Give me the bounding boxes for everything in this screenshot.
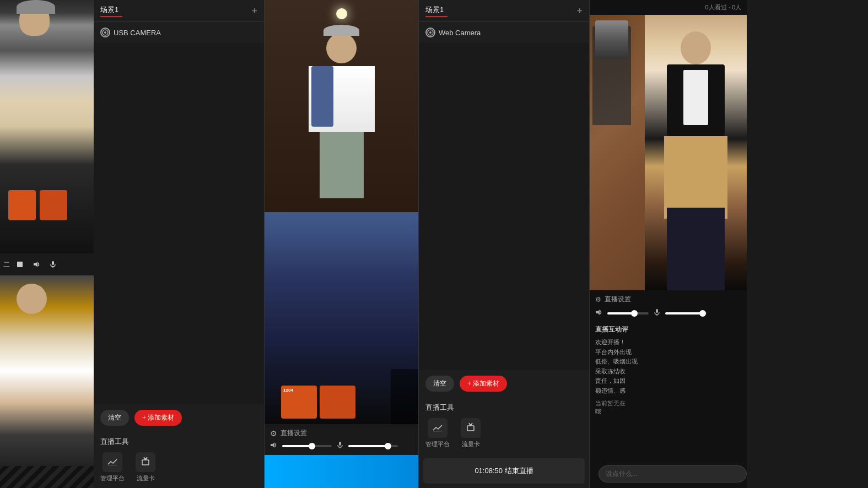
- chat-welcome: 欢迎开播！平台内外出现低俗、吸烟出现采取冻结收责任，如因额违情、感: [595, 339, 638, 394]
- svg-marker-1: [34, 262, 37, 267]
- monitor-settings: ⚙ 直播设置: [590, 290, 747, 308]
- monitor-chat: 直播互动评 欢迎开播！平台内外出现低俗、吸烟出现采取冻结收责任，如因额违情、感 …: [590, 322, 747, 460]
- bottom-blue-bar: [265, 455, 418, 488]
- mic-icon-center: [336, 441, 344, 451]
- chat-input-area: 说点什么...: [590, 460, 747, 488]
- monitor-mic-icon: [653, 308, 661, 318]
- monitor-vol-row: [590, 308, 747, 322]
- scene-title-underline-left: [100, 16, 122, 17]
- diagonal-strip: [0, 466, 94, 488]
- tools-title-right: 直播工具: [425, 403, 583, 413]
- center-preview: 1204 ⚙ 直播设置: [265, 0, 419, 488]
- tool-manage-platform-left[interactable]: 管理平台: [100, 452, 125, 482]
- monitor-thumbnail: [595, 20, 628, 59]
- live-settings-row: ⚙ 直播设置: [270, 429, 413, 438]
- sidebar-preview-bottom: [0, 275, 94, 488]
- scene-title-left: 场景1: [100, 5, 122, 15]
- sidebar-controls: 二: [0, 253, 94, 275]
- traffic-card-label-left: 流量卡: [137, 474, 155, 482]
- scene-content-left: [94, 43, 264, 404]
- svg-rect-22: [656, 309, 658, 313]
- volume-slider-center[interactable]: [282, 445, 332, 447]
- preview-bottom-bar: ⚙ 直播设置: [265, 424, 418, 455]
- chat-input[interactable]: 说点什么...: [599, 465, 747, 482]
- live-interact-title: 直播互动评: [595, 325, 741, 334]
- manage-platform-icon-left: [103, 452, 122, 472]
- volume-button[interactable]: [30, 258, 43, 271]
- tool-traffic-card-right[interactable]: 流量卡: [461, 418, 481, 448]
- scene-footer-right: 清空 + 添加素材: [419, 370, 589, 397]
- chat-placeholder: 说点什么...: [606, 469, 638, 479]
- left-sidebar: 二: [0, 0, 94, 488]
- add-material-button-left[interactable]: + 添加素材: [134, 410, 182, 426]
- scene-panel-right: 场景1 + Web Camera 清空 + 添加素材 直播工具: [419, 0, 590, 488]
- svg-rect-17: [467, 426, 474, 431]
- clear-button-right[interactable]: 清空: [425, 376, 454, 392]
- monitor-vol-icon: [595, 308, 603, 318]
- svg-rect-2: [52, 261, 54, 265]
- manage-platform-label-right: 管理平台: [425, 440, 450, 448]
- scene-footer-left: 清空 + 添加素材: [94, 404, 264, 431]
- camera-name-left: USB CAMERA: [114, 29, 161, 37]
- scene-content-right: [419, 43, 589, 370]
- monitor-preview: [590, 15, 747, 290]
- clear-button-left[interactable]: 清空: [100, 410, 129, 426]
- stream-monitor: 0人看过 · 0人: [590, 0, 747, 488]
- add-material-button-right[interactable]: + 添加素材: [460, 376, 507, 392]
- settings-icon-center: ⚙: [270, 429, 277, 438]
- scene-header-right: 场景1 +: [419, 0, 589, 22]
- camera-name-right: Web Camera: [439, 29, 481, 37]
- scene-header-left: 场景1 +: [94, 0, 264, 22]
- mic-button[interactable]: [46, 258, 60, 271]
- tool-traffic-card-left[interactable]: 流量卡: [136, 452, 155, 482]
- monitor-mic-slider[interactable]: [665, 312, 707, 315]
- monitor-live-settings-label: 直播设置: [605, 295, 631, 304]
- svg-point-5: [104, 31, 106, 34]
- sidebar-preview-top: [0, 0, 94, 253]
- camera-label-right: Web Camera: [419, 22, 589, 43]
- scene-title-group-right: 场景1: [425, 5, 448, 17]
- scene-add-button-right[interactable]: +: [576, 6, 583, 16]
- monitor-header: 0人看过 · 0人: [590, 0, 747, 15]
- monitor-volume-slider[interactable]: [607, 312, 649, 315]
- tools-icons-right: 管理平台 流量卡: [425, 418, 583, 448]
- svg-marker-11: [271, 442, 274, 448]
- end-live-button[interactable]: 01:08:50 结束直播: [423, 458, 585, 484]
- traffic-card-icon-right: [461, 418, 481, 438]
- live-settings-label-center: 直播设置: [281, 429, 307, 438]
- monitor-preview-inner: [590, 15, 747, 290]
- svg-point-15: [429, 31, 432, 34]
- svg-rect-12: [339, 442, 341, 446]
- scene-title-underline-right: [425, 16, 448, 17]
- mic-slider-center[interactable]: [348, 445, 398, 447]
- main-area: 场景1 + USB CAMERA 清空 + 添加素材 直播工具: [94, 0, 868, 488]
- svg-rect-0: [17, 262, 23, 267]
- scene-title-group-left: 场景1: [100, 5, 122, 17]
- scene-two-label: 二: [3, 260, 10, 269]
- scene-panel-left: 场景1 + USB CAMERA 清空 + 添加素材 直播工具: [94, 0, 265, 488]
- manage-platform-label-left: 管理平台: [100, 474, 125, 482]
- volume-row-center: [270, 441, 413, 451]
- chat-content: 欢迎开播！平台内外出现低俗、吸烟出现采取冻结收责任，如因额违情、感: [595, 338, 741, 396]
- tools-title-left: 直播工具: [100, 437, 257, 447]
- svg-marker-21: [596, 310, 600, 315]
- traffic-card-icon-left: [136, 452, 155, 472]
- camera-icon-left: [100, 28, 110, 37]
- preview-video: 1204: [265, 0, 418, 424]
- tools-section-right: 直播工具 管理平台: [419, 397, 589, 454]
- tools-section-left: 直播工具 管理平台: [94, 431, 264, 488]
- camera-icon-right: [425, 28, 435, 37]
- scene-add-button-left[interactable]: +: [251, 6, 257, 16]
- volume-icon-center: [270, 441, 278, 451]
- viewer-status: 当前暂无在哦: [595, 399, 741, 416]
- tools-icons-left: 管理平台 流量卡: [100, 452, 257, 482]
- svg-rect-7: [142, 460, 149, 465]
- viewer-count: 0人看过 · 0人: [705, 3, 741, 12]
- tool-manage-platform-right[interactable]: 管理平台: [425, 418, 450, 448]
- camera-label-left: USB CAMERA: [94, 22, 264, 43]
- monitor-settings-icon: ⚙: [595, 296, 601, 303]
- traffic-card-label-right: 流量卡: [462, 440, 480, 448]
- stop-button[interactable]: [13, 258, 26, 271]
- manage-platform-icon-right: [428, 418, 448, 438]
- scene-title-right: 场景1: [425, 5, 448, 15]
